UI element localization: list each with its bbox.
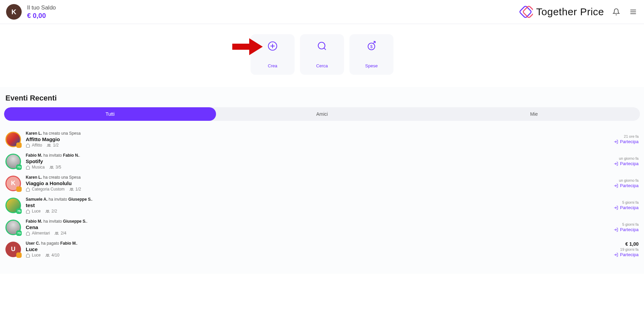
event-row: U User C. ha pagato Fabio M.. Luce Luce … xyxy=(4,238,640,260)
partecipa-button[interactable]: Partecipa xyxy=(614,183,639,188)
tabs: Tutti Amici Mie xyxy=(4,107,640,121)
people-icon xyxy=(45,253,50,258)
join-icon xyxy=(614,252,618,257)
brand-logo[interactable]: Together Price xyxy=(518,4,604,19)
header-left: K Il tuo Saldo € 0,00 xyxy=(6,4,56,20)
people-icon xyxy=(55,231,59,236)
category-icon xyxy=(26,253,30,258)
event-avatar[interactable]: 73 xyxy=(5,220,21,235)
svg-point-17 xyxy=(50,166,51,167)
svg-point-21 xyxy=(72,188,73,189)
event-row: 73 Fabio M. ha invitato Giuseppe S.. Cen… xyxy=(4,216,640,238)
category-icon xyxy=(26,165,30,170)
svg-point-20 xyxy=(70,188,71,189)
tab-mie[interactable]: Mie xyxy=(428,107,640,121)
score-badge xyxy=(16,142,22,148)
plus-circle-icon xyxy=(267,41,278,52)
svg-point-30 xyxy=(48,254,49,255)
event-action-line: User C. ha pagato Fabio M.. xyxy=(26,241,78,246)
svg-point-27 xyxy=(57,232,58,233)
action-label: Spese xyxy=(365,63,378,68)
event-meta: Affitto 1/2 xyxy=(26,143,81,148)
event-title: Spotify xyxy=(26,158,80,164)
score-badge: 73 xyxy=(16,164,22,170)
event-title: Viaggio a Honolulu xyxy=(26,180,81,186)
svg-point-15 xyxy=(49,144,50,145)
event-time: un giorno fa xyxy=(619,178,639,182)
action-label: Crea xyxy=(268,63,277,68)
event-meta: Alimentari 2/4 xyxy=(26,231,88,236)
svg-point-18 xyxy=(52,166,53,167)
partecipa-button[interactable]: Partecipa xyxy=(614,139,639,144)
svg-rect-0 xyxy=(519,6,532,18)
partecipa-button[interactable]: Partecipa xyxy=(614,161,639,166)
events-section: Eventi Recenti Tutti Amici Mie Karen L. … xyxy=(0,87,644,274)
event-time: 21 ore fa xyxy=(624,134,639,138)
event-title: Luce xyxy=(26,246,78,252)
svg-line-11 xyxy=(324,48,326,49)
event-avatar[interactable] xyxy=(5,132,21,147)
event-row: K Karen L. ha creato una Spesa Viaggio a… xyxy=(4,172,640,194)
svg-marker-6 xyxy=(249,38,263,55)
event-avatar[interactable]: K xyxy=(5,176,21,191)
tab-tutti[interactable]: Tutti xyxy=(4,107,216,121)
events-list: Karen L. ha creato una Spesa Affitto Mag… xyxy=(4,128,640,260)
partecipa-button[interactable]: Partecipa xyxy=(614,227,639,232)
event-time: 5 giorni fa xyxy=(622,200,639,204)
event-amount: € 1,00 xyxy=(625,241,639,247)
people-icon xyxy=(69,187,74,192)
svg-point-24 xyxy=(48,210,49,211)
bell-icon xyxy=(613,8,620,16)
people-icon xyxy=(49,165,54,170)
event-title: Affitto Maggio xyxy=(26,136,81,142)
event-action-line: Karen L. ha creato una Spesa xyxy=(26,131,81,136)
category-icon xyxy=(26,209,30,214)
expense-icon: $ xyxy=(366,41,377,52)
saldo-amount: € 0,00 xyxy=(27,12,56,20)
event-action-line: Fabio M. ha invitato Giuseppe S.. xyxy=(26,219,88,224)
partecipa-button[interactable]: Partecipa xyxy=(614,205,639,210)
menu-icon xyxy=(629,8,637,16)
score-badge: 73 xyxy=(16,230,22,236)
search-icon xyxy=(317,41,327,52)
category-icon xyxy=(26,231,30,236)
event-row: 73 Fabio M. ha invitato Fabio N.. Spotif… xyxy=(4,150,640,172)
event-meta: Categoria Custom 1/2 xyxy=(26,187,81,192)
action-cerca[interactable]: Cerca xyxy=(300,34,344,75)
notifications-button[interactable] xyxy=(611,7,621,17)
event-time: un giorno fa xyxy=(619,156,639,160)
join-icon xyxy=(614,227,618,232)
join-icon xyxy=(614,205,618,210)
event-time: 5 giorni fa xyxy=(622,222,639,226)
event-action-line: Samuele A. ha invitato Giuseppe S.. xyxy=(26,197,93,202)
event-avatar[interactable]: 75 xyxy=(5,198,21,213)
event-row: 75 Samuele A. ha invitato Giuseppe S.. t… xyxy=(4,194,640,216)
event-avatar[interactable]: U xyxy=(5,242,21,257)
actions-row: Crea Cerca $ Spese xyxy=(0,24,644,87)
svg-point-26 xyxy=(56,232,57,233)
join-icon xyxy=(614,161,618,166)
event-meta: Luce 2/2 xyxy=(26,209,93,214)
user-avatar[interactable]: K xyxy=(6,4,22,20)
event-meta: Musica 3/5 xyxy=(26,165,80,170)
people-icon xyxy=(45,209,50,214)
header: K Il tuo Saldo € 0,00 Together Price xyxy=(0,0,644,24)
header-right: Together Price xyxy=(518,4,638,19)
partecipa-button[interactable]: Partecipa xyxy=(614,252,639,257)
score-badge xyxy=(16,186,22,192)
logo-icon xyxy=(518,4,533,19)
event-meta: Luce 4/10 xyxy=(26,253,78,258)
section-title: Eventi Recenti xyxy=(5,94,640,103)
join-icon xyxy=(614,183,618,188)
event-avatar[interactable]: 73 xyxy=(5,154,21,169)
event-row: Karen L. ha creato una Spesa Affitto Mag… xyxy=(4,128,640,150)
svg-point-29 xyxy=(46,254,47,255)
menu-button[interactable] xyxy=(628,7,638,17)
score-badge: 75 xyxy=(16,208,22,214)
svg-point-23 xyxy=(46,210,47,211)
action-spese[interactable]: $ Spese xyxy=(349,34,393,75)
tab-amici[interactable]: Amici xyxy=(216,107,428,121)
join-icon xyxy=(614,139,618,144)
svg-point-14 xyxy=(48,144,49,145)
event-time: 19 giorni fa xyxy=(620,247,639,251)
